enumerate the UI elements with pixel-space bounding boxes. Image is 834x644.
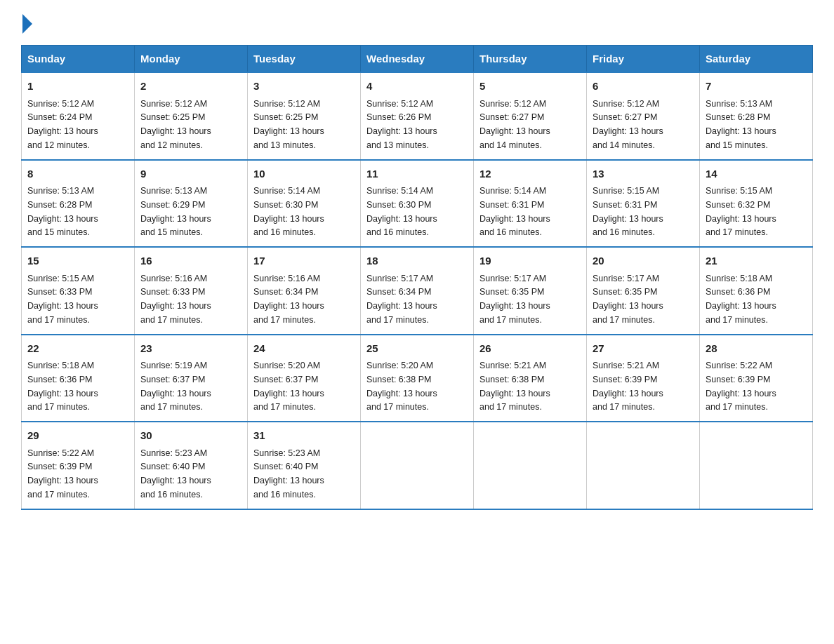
day-info: Sunrise: 5:17 AMSunset: 6:35 PMDaylight:… bbox=[479, 274, 550, 325]
day-number: 10 bbox=[253, 166, 355, 182]
calendar-cell bbox=[361, 422, 474, 509]
day-number: 24 bbox=[253, 341, 355, 357]
day-number: 9 bbox=[140, 166, 241, 182]
calendar-cell: 16 Sunrise: 5:16 AMSunset: 6:33 PMDaylig… bbox=[135, 247, 248, 335]
weekday-header-friday: Friday bbox=[587, 46, 700, 73]
day-info: Sunrise: 5:12 AMSunset: 6:24 PMDaylight:… bbox=[27, 99, 98, 150]
calendar-cell bbox=[474, 422, 587, 509]
calendar-cell: 14 Sunrise: 5:15 AMSunset: 6:32 PMDaylig… bbox=[700, 160, 813, 248]
calendar-cell: 8 Sunrise: 5:13 AMSunset: 6:28 PMDayligh… bbox=[22, 160, 135, 248]
day-number: 26 bbox=[479, 341, 581, 357]
day-number: 14 bbox=[706, 166, 807, 182]
calendar-week-row: 29 Sunrise: 5:22 AMSunset: 6:39 PMDaylig… bbox=[22, 422, 813, 509]
day-info: Sunrise: 5:12 AMSunset: 6:27 PMDaylight:… bbox=[479, 99, 550, 150]
day-number: 20 bbox=[593, 253, 694, 269]
calendar-table: SundayMondayTuesdayWednesdayThursdayFrid… bbox=[21, 45, 813, 510]
day-number: 19 bbox=[479, 253, 581, 269]
day-info: Sunrise: 5:15 AMSunset: 6:31 PMDaylight:… bbox=[593, 186, 663, 237]
day-info: Sunrise: 5:12 AMSunset: 6:25 PMDaylight:… bbox=[140, 99, 211, 150]
weekday-header-thursday: Thursday bbox=[474, 46, 587, 73]
calendar-cell: 27 Sunrise: 5:21 AMSunset: 6:39 PMDaylig… bbox=[587, 335, 700, 422]
weekday-header-row: SundayMondayTuesdayWednesdayThursdayFrid… bbox=[22, 46, 813, 73]
day-number: 6 bbox=[593, 79, 694, 95]
day-number: 3 bbox=[253, 79, 355, 95]
calendar-cell: 4 Sunrise: 5:12 AMSunset: 6:26 PMDayligh… bbox=[361, 72, 474, 160]
day-info: Sunrise: 5:16 AMSunset: 6:33 PMDaylight:… bbox=[140, 274, 211, 325]
calendar-cell: 24 Sunrise: 5:20 AMSunset: 6:37 PMDaylig… bbox=[248, 335, 361, 422]
calendar-cell: 11 Sunrise: 5:14 AMSunset: 6:30 PMDaylig… bbox=[361, 160, 474, 248]
calendar-cell bbox=[700, 422, 813, 509]
day-info: Sunrise: 5:15 AMSunset: 6:32 PMDaylight:… bbox=[706, 186, 776, 237]
calendar-cell: 10 Sunrise: 5:14 AMSunset: 6:30 PMDaylig… bbox=[248, 160, 361, 248]
day-info: Sunrise: 5:13 AMSunset: 6:28 PMDaylight:… bbox=[706, 99, 776, 150]
calendar-cell: 12 Sunrise: 5:14 AMSunset: 6:31 PMDaylig… bbox=[474, 160, 587, 248]
day-number: 23 bbox=[140, 341, 241, 357]
day-number: 7 bbox=[706, 79, 807, 95]
day-number: 2 bbox=[140, 79, 241, 95]
calendar-cell: 6 Sunrise: 5:12 AMSunset: 6:27 PMDayligh… bbox=[587, 72, 700, 160]
weekday-header-sunday: Sunday bbox=[22, 46, 135, 73]
day-info: Sunrise: 5:16 AMSunset: 6:34 PMDaylight:… bbox=[253, 274, 324, 325]
calendar-cell: 25 Sunrise: 5:20 AMSunset: 6:38 PMDaylig… bbox=[361, 335, 474, 422]
calendar-cell: 17 Sunrise: 5:16 AMSunset: 6:34 PMDaylig… bbox=[248, 247, 361, 335]
day-info: Sunrise: 5:12 AMSunset: 6:25 PMDaylight:… bbox=[253, 99, 324, 150]
day-number: 16 bbox=[140, 253, 241, 269]
logo-triangle-icon bbox=[22, 14, 32, 34]
calendar-cell: 22 Sunrise: 5:18 AMSunset: 6:36 PMDaylig… bbox=[22, 335, 135, 422]
day-number: 5 bbox=[479, 79, 581, 95]
calendar-cell: 30 Sunrise: 5:23 AMSunset: 6:40 PMDaylig… bbox=[135, 422, 248, 509]
day-info: Sunrise: 5:22 AMSunset: 6:39 PMDaylight:… bbox=[27, 448, 98, 499]
calendar-cell: 28 Sunrise: 5:22 AMSunset: 6:39 PMDaylig… bbox=[700, 335, 813, 422]
day-info: Sunrise: 5:21 AMSunset: 6:39 PMDaylight:… bbox=[593, 361, 663, 412]
calendar-cell: 18 Sunrise: 5:17 AMSunset: 6:34 PMDaylig… bbox=[361, 247, 474, 335]
day-info: Sunrise: 5:21 AMSunset: 6:38 PMDaylight:… bbox=[479, 361, 550, 412]
day-number: 30 bbox=[140, 428, 241, 444]
calendar-cell: 19 Sunrise: 5:17 AMSunset: 6:35 PMDaylig… bbox=[474, 247, 587, 335]
day-info: Sunrise: 5:13 AMSunset: 6:28 PMDaylight:… bbox=[27, 186, 98, 237]
day-info: Sunrise: 5:22 AMSunset: 6:39 PMDaylight:… bbox=[706, 361, 776, 412]
day-number: 1 bbox=[27, 79, 128, 95]
calendar-cell: 1 Sunrise: 5:12 AMSunset: 6:24 PMDayligh… bbox=[22, 72, 135, 160]
calendar-cell: 20 Sunrise: 5:17 AMSunset: 6:35 PMDaylig… bbox=[587, 247, 700, 335]
day-number: 27 bbox=[593, 341, 694, 357]
day-number: 8 bbox=[27, 166, 128, 182]
calendar-cell: 26 Sunrise: 5:21 AMSunset: 6:38 PMDaylig… bbox=[474, 335, 587, 422]
weekday-header-tuesday: Tuesday bbox=[248, 46, 361, 73]
day-number: 13 bbox=[593, 166, 694, 182]
day-number: 17 bbox=[253, 253, 355, 269]
weekday-header-monday: Monday bbox=[135, 46, 248, 73]
day-number: 11 bbox=[366, 166, 468, 182]
day-info: Sunrise: 5:15 AMSunset: 6:33 PMDaylight:… bbox=[27, 274, 98, 325]
day-info: Sunrise: 5:12 AMSunset: 6:27 PMDaylight:… bbox=[593, 99, 663, 150]
day-number: 31 bbox=[253, 428, 355, 444]
calendar-week-row: 22 Sunrise: 5:18 AMSunset: 6:36 PMDaylig… bbox=[22, 335, 813, 422]
day-number: 28 bbox=[706, 341, 807, 357]
day-number: 29 bbox=[27, 428, 128, 444]
day-info: Sunrise: 5:17 AMSunset: 6:35 PMDaylight:… bbox=[593, 274, 663, 325]
calendar-cell bbox=[587, 422, 700, 509]
day-info: Sunrise: 5:14 AMSunset: 6:30 PMDaylight:… bbox=[253, 186, 324, 237]
calendar-cell: 31 Sunrise: 5:23 AMSunset: 6:40 PMDaylig… bbox=[248, 422, 361, 509]
day-info: Sunrise: 5:14 AMSunset: 6:31 PMDaylight:… bbox=[479, 186, 550, 237]
day-info: Sunrise: 5:23 AMSunset: 6:40 PMDaylight:… bbox=[140, 448, 211, 499]
weekday-header-saturday: Saturday bbox=[700, 46, 813, 73]
calendar-cell: 21 Sunrise: 5:18 AMSunset: 6:36 PMDaylig… bbox=[700, 247, 813, 335]
day-info: Sunrise: 5:19 AMSunset: 6:37 PMDaylight:… bbox=[140, 361, 211, 412]
calendar-week-row: 15 Sunrise: 5:15 AMSunset: 6:33 PMDaylig… bbox=[22, 247, 813, 335]
calendar-cell: 3 Sunrise: 5:12 AMSunset: 6:25 PMDayligh… bbox=[248, 72, 361, 160]
day-number: 22 bbox=[27, 341, 128, 357]
day-number: 12 bbox=[479, 166, 581, 182]
logo bbox=[21, 14, 34, 31]
day-info: Sunrise: 5:17 AMSunset: 6:34 PMDaylight:… bbox=[366, 274, 437, 325]
day-info: Sunrise: 5:14 AMSunset: 6:30 PMDaylight:… bbox=[366, 186, 437, 237]
day-info: Sunrise: 5:13 AMSunset: 6:29 PMDaylight:… bbox=[140, 186, 211, 237]
calendar-cell: 23 Sunrise: 5:19 AMSunset: 6:37 PMDaylig… bbox=[135, 335, 248, 422]
calendar-cell: 9 Sunrise: 5:13 AMSunset: 6:29 PMDayligh… bbox=[135, 160, 248, 248]
day-info: Sunrise: 5:12 AMSunset: 6:26 PMDaylight:… bbox=[366, 99, 437, 150]
calendar-week-row: 1 Sunrise: 5:12 AMSunset: 6:24 PMDayligh… bbox=[22, 72, 813, 160]
calendar-cell: 15 Sunrise: 5:15 AMSunset: 6:33 PMDaylig… bbox=[22, 247, 135, 335]
day-number: 4 bbox=[366, 79, 468, 95]
day-number: 21 bbox=[706, 253, 807, 269]
day-info: Sunrise: 5:23 AMSunset: 6:40 PMDaylight:… bbox=[253, 448, 324, 499]
day-info: Sunrise: 5:20 AMSunset: 6:38 PMDaylight:… bbox=[366, 361, 437, 412]
